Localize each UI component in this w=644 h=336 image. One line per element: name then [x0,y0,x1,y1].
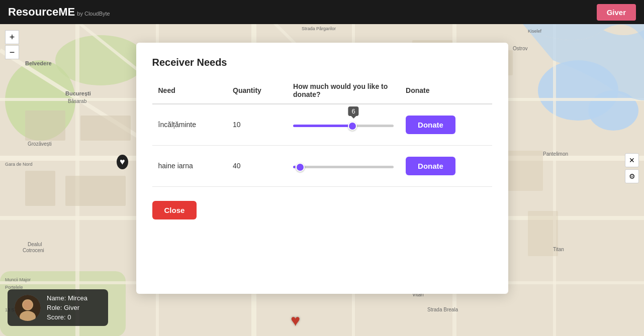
modal: Receiver Needs Need Quantity How much wo… [136,43,508,294]
donate-button-2[interactable]: Donate [406,157,455,175]
col-header-quantity: Quantity [227,78,287,104]
col-header-donate: Donate [400,78,492,104]
table-row: haine iarna 40 Donate [152,145,492,186]
col-header-slider: How much would you like to donate? [287,78,400,104]
donate-cell-2: Donate [400,145,492,186]
donate-cell-1: Donate [400,104,492,146]
slider-container-1: 6 [293,121,394,129]
modal-title: Receiver Needs [152,57,492,68]
slider-cell-1: 6 [287,104,400,146]
slider-container-2 [293,162,394,170]
slider-tooltip-1: 6 [348,106,358,116]
quantity-2: 40 [227,145,287,186]
col-header-need: Need [152,78,227,104]
table-header-row: Need Quantity How much would you like to… [152,78,492,104]
modal-overlay: Receiver Needs Need Quantity How much wo… [0,0,644,336]
slider-cell-2 [287,145,400,186]
table-row: încălțăminte 10 6 Donate [152,104,492,146]
need-name-1: încălțăminte [152,104,227,146]
donation-slider-1[interactable] [293,125,394,127]
donate-button-1[interactable]: Donate [406,116,455,134]
donation-slider-2[interactable] [293,166,394,168]
needs-table: Need Quantity How much would you like to… [152,78,492,187]
close-button[interactable]: Close [152,201,197,219]
need-name-2: haine iarna [152,145,227,186]
quantity-1: 10 [227,104,287,146]
